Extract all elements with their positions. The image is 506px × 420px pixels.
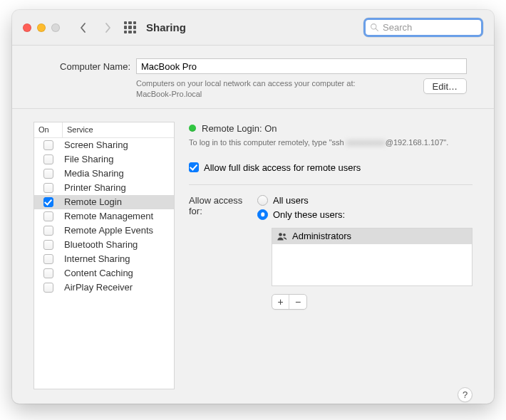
service-label: Remote Apple Events bbox=[63, 225, 174, 236]
service-label: AirPlay Receiver bbox=[63, 282, 174, 293]
service-checkbox[interactable] bbox=[43, 169, 53, 179]
search-field[interactable] bbox=[363, 18, 483, 37]
status-row: Remote Login: On bbox=[189, 123, 473, 134]
service-list-header: On Service bbox=[34, 122, 174, 138]
service-label: Remote Management bbox=[63, 211, 174, 221]
svg-line-1 bbox=[376, 28, 378, 31]
service-checkbox[interactable] bbox=[43, 197, 53, 207]
svg-point-2 bbox=[279, 233, 282, 236]
add-remove-buttons: + − bbox=[272, 294, 307, 310]
sharing-prefs-window: Sharing Computer Name: Computers on your… bbox=[12, 10, 494, 404]
service-row[interactable]: Screen Sharing bbox=[34, 138, 174, 152]
minimize-icon[interactable] bbox=[37, 23, 46, 32]
access-label: Allow access for: bbox=[189, 195, 249, 310]
radio-all-users[interactable]: All users bbox=[257, 195, 473, 206]
service-checkbox[interactable] bbox=[43, 283, 53, 293]
service-checkbox[interactable] bbox=[43, 226, 53, 236]
login-hint: To log in to this computer remotely, typ… bbox=[189, 138, 473, 147]
edit-button[interactable]: Edit… bbox=[423, 78, 467, 94]
show-all-icon[interactable] bbox=[124, 21, 136, 33]
service-checkbox[interactable] bbox=[43, 254, 53, 264]
service-checkbox[interactable] bbox=[43, 140, 53, 150]
user-name: Administrators bbox=[292, 231, 351, 241]
service-checkbox[interactable] bbox=[43, 240, 53, 250]
user-row[interactable]: Administrators bbox=[272, 229, 472, 244]
full-disk-access-label: Allow full disk access for remote users bbox=[204, 162, 361, 173]
titlebar: Sharing bbox=[12, 10, 494, 46]
add-button[interactable]: + bbox=[272, 295, 289, 309]
service-label: Media Sharing bbox=[63, 168, 174, 179]
search-input[interactable] bbox=[383, 22, 477, 33]
service-detail: Remote Login: On To log in to this compu… bbox=[189, 122, 473, 389]
radio-all-icon[interactable] bbox=[257, 195, 268, 206]
service-label: Bluetooth Sharing bbox=[63, 239, 174, 250]
service-label: Printer Sharing bbox=[63, 182, 174, 193]
window-controls bbox=[23, 23, 60, 32]
service-row[interactable]: Remote Apple Events bbox=[34, 224, 174, 238]
full-disk-access-checkbox[interactable] bbox=[189, 162, 199, 172]
service-row[interactable]: Printer Sharing bbox=[34, 181, 174, 195]
service-row[interactable]: Remote Management bbox=[34, 209, 174, 224]
service-label: File Sharing bbox=[63, 154, 174, 164]
forward-button bbox=[98, 19, 117, 37]
group-icon bbox=[277, 231, 288, 241]
access-row: Allow access for: All users Only these u… bbox=[189, 195, 473, 310]
service-row[interactable]: Media Sharing bbox=[34, 167, 174, 181]
computer-name-label: Computer Name: bbox=[39, 61, 130, 72]
col-service: Service bbox=[63, 122, 174, 137]
service-row[interactable]: File Sharing bbox=[34, 152, 174, 167]
computer-name-section: Computer Name: Computers on your local n… bbox=[12, 46, 494, 109]
service-row[interactable]: Content Caching bbox=[34, 266, 174, 280]
zoom-icon bbox=[51, 23, 60, 32]
page-title: Sharing bbox=[146, 21, 186, 33]
radio-only-icon[interactable] bbox=[257, 209, 268, 220]
service-label: Internet Sharing bbox=[63, 253, 174, 264]
service-label: Screen Sharing bbox=[63, 140, 174, 150]
service-checkbox[interactable] bbox=[43, 183, 53, 193]
computer-name-hint: Computers on your local network can acce… bbox=[136, 78, 423, 100]
svg-point-3 bbox=[283, 233, 286, 236]
user-list[interactable]: Administrators bbox=[272, 228, 473, 286]
radio-only-label: Only these users: bbox=[273, 209, 345, 220]
main-content: On Service Screen SharingFile SharingMed… bbox=[12, 109, 494, 404]
service-checkbox[interactable] bbox=[43, 211, 53, 221]
back-button[interactable] bbox=[74, 19, 93, 37]
col-on: On bbox=[34, 122, 63, 137]
radio-all-label: All users bbox=[273, 195, 309, 206]
service-checkbox[interactable] bbox=[43, 268, 53, 278]
radio-only-users[interactable]: Only these users: bbox=[257, 209, 473, 220]
service-row[interactable]: Bluetooth Sharing bbox=[34, 238, 174, 252]
service-row[interactable]: Internet Sharing bbox=[34, 252, 174, 266]
search-icon bbox=[370, 23, 379, 32]
remove-button[interactable]: − bbox=[289, 295, 306, 309]
divider bbox=[189, 184, 473, 185]
service-checkbox[interactable] bbox=[43, 154, 53, 164]
status-text: Remote Login: On bbox=[202, 123, 277, 134]
full-disk-access-row[interactable]: Allow full disk access for remote users bbox=[189, 162, 473, 173]
service-row[interactable]: Remote Login bbox=[34, 195, 174, 209]
close-icon[interactable] bbox=[23, 23, 31, 32]
service-label: Content Caching bbox=[63, 268, 174, 278]
service-label: Remote Login bbox=[63, 196, 174, 207]
help-button[interactable]: ? bbox=[458, 387, 473, 402]
service-list: On Service Screen SharingFile SharingMed… bbox=[33, 122, 175, 389]
status-indicator-icon bbox=[189, 125, 196, 132]
computer-name-input[interactable] bbox=[136, 58, 467, 74]
service-row[interactable]: AirPlay Receiver bbox=[34, 280, 174, 295]
